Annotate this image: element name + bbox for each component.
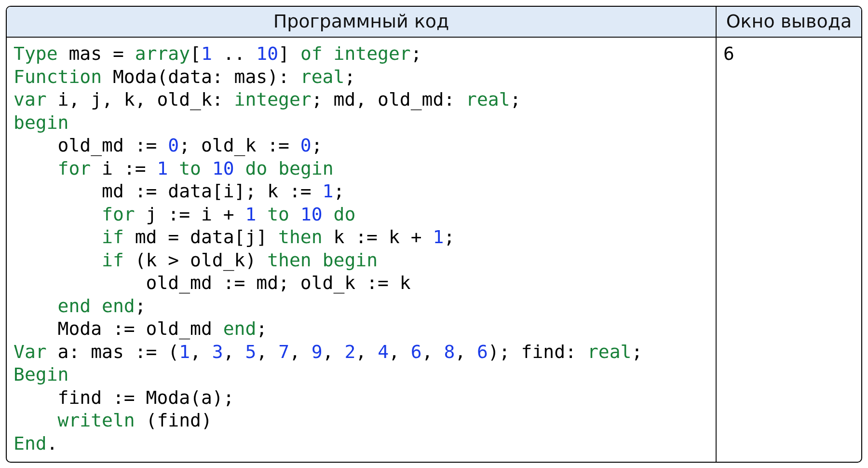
token-plain: ,: [223, 341, 245, 362]
token-number: 0: [300, 135, 312, 156]
token-keyword: do: [245, 158, 268, 179]
output-cell: 6: [717, 37, 861, 462]
token-keyword: for: [58, 158, 91, 179]
token-plain: (find): [135, 410, 212, 431]
token-plain: ..: [212, 43, 257, 64]
token-keyword: then: [278, 226, 323, 248]
output-text: 6: [723, 42, 854, 66]
token-plain: [91, 295, 102, 317]
token-keyword: for: [102, 204, 135, 225]
token-keyword: Type: [14, 43, 58, 64]
token-plain: a: mas := (: [47, 341, 179, 362]
token-keyword: end: [223, 318, 257, 339]
token-number: 1: [179, 341, 190, 362]
token-keyword: if: [102, 226, 124, 248]
token-plain: ;: [135, 295, 146, 317]
token-plain: [168, 158, 179, 179]
code-output-table: Программный код Окно вывода Type mas = a…: [6, 6, 862, 463]
token-plain: ,: [256, 341, 278, 362]
code-block: Type mas = array[1 .. 10] of integer; Fu…: [14, 42, 709, 455]
token-number: 1: [201, 43, 212, 64]
token-keyword: then: [267, 249, 312, 271]
token-plain: k := k +: [323, 226, 433, 248]
token-plain: [312, 249, 323, 271]
token-keyword: begin: [278, 158, 333, 179]
token-plain: ,: [455, 341, 477, 362]
token-number: 10: [212, 158, 234, 179]
token-plain: [256, 204, 267, 225]
token-keyword: to: [179, 158, 201, 179]
token-keyword: real: [587, 341, 632, 362]
token-plain: md := data[i]; k :=: [14, 180, 323, 202]
token-number: 9: [312, 341, 323, 362]
token-keyword: end: [102, 295, 135, 317]
token-plain: ,: [190, 341, 212, 362]
token-plain: [234, 158, 245, 179]
token-number: 8: [444, 341, 455, 362]
token-plain: [201, 158, 212, 179]
token-keyword: do: [334, 204, 356, 225]
token-number: 1: [433, 226, 444, 248]
token-plain: ;: [344, 66, 355, 87]
token-keyword: real: [466, 89, 510, 110]
token-plain: [: [190, 43, 201, 64]
header-output: Окно вывода: [717, 7, 861, 37]
token-plain: (k > old_k): [124, 249, 267, 271]
token-number: 6: [411, 341, 422, 362]
token-keyword: array: [135, 43, 190, 64]
token-number: 10: [300, 204, 323, 225]
token-keyword: writeln: [58, 410, 135, 431]
token-plain: Moda := old_md: [14, 318, 223, 339]
token-plain: [14, 295, 58, 317]
token-keyword: if: [102, 249, 124, 271]
token-plain: [323, 204, 334, 225]
token-plain: ;: [444, 226, 455, 248]
token-plain: ;: [333, 180, 344, 202]
token-keyword: Var: [14, 341, 47, 362]
token-plain: ,: [323, 341, 345, 362]
token-keyword: of: [300, 43, 323, 64]
token-plain: [14, 226, 102, 248]
token-plain: ;: [510, 89, 521, 110]
token-keyword: Function: [14, 66, 102, 87]
token-plain: ); find:: [488, 341, 587, 362]
token-number: 10: [256, 43, 278, 64]
token-plain: ,: [389, 341, 411, 362]
token-plain: ;: [312, 135, 323, 156]
token-number: 7: [278, 341, 289, 362]
token-keyword: integer: [334, 43, 411, 64]
token-keyword: begin: [323, 249, 378, 271]
token-plain: mas =: [58, 43, 135, 64]
token-plain: [323, 43, 334, 64]
token-number: 3: [212, 341, 223, 362]
token-keyword: Begin: [14, 364, 68, 385]
token-keyword: begin: [14, 112, 68, 133]
token-plain: ,: [289, 341, 312, 362]
token-plain: md = data[j]: [124, 226, 278, 248]
token-plain: [267, 158, 278, 179]
token-plain: j := i +: [135, 204, 245, 225]
token-plain: .: [47, 433, 58, 454]
token-plain: ,: [355, 341, 378, 362]
token-keyword: var: [14, 89, 47, 110]
token-plain: i :=: [91, 158, 157, 179]
token-number: 1: [157, 158, 168, 179]
token-number: 1: [245, 204, 256, 225]
token-plain: old_md :=: [14, 135, 168, 156]
token-plain: ]: [278, 43, 300, 64]
token-plain: ;: [411, 43, 422, 64]
token-plain: [14, 249, 102, 271]
token-plain: ,: [422, 341, 444, 362]
code-cell: Type mas = array[1 .. 10] of integer; Fu…: [7, 37, 717, 462]
token-plain: [14, 158, 58, 179]
token-number: 6: [477, 341, 488, 362]
token-plain: old_md := md; old_k := k: [14, 272, 411, 293]
token-number: 2: [344, 341, 355, 362]
token-plain: ; md, old_md:: [312, 89, 466, 110]
header-code: Программный код: [7, 7, 717, 37]
token-plain: ;: [631, 341, 642, 362]
token-keyword: End: [14, 433, 47, 454]
token-plain: Moda(data: mas):: [102, 66, 300, 87]
token-keyword: end: [58, 295, 91, 317]
token-number: 4: [378, 341, 389, 362]
